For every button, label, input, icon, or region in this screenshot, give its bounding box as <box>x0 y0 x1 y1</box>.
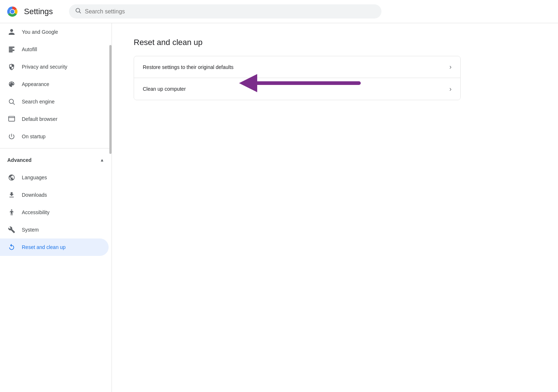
sidebar-item-appearance[interactable]: Appearance <box>0 75 109 93</box>
sidebar-item-downloads[interactable]: Downloads <box>0 186 109 204</box>
sidebar-item-label: Autofill <box>22 46 37 52</box>
sidebar-item-label: Languages <box>22 175 47 180</box>
sidebar-item-languages[interactable]: Languages <box>0 169 109 186</box>
svg-rect-5 <box>9 47 15 48</box>
search-engine-icon <box>7 97 16 106</box>
svg-point-3 <box>76 8 80 12</box>
sidebar-item-accessibility[interactable]: Accessibility <box>0 204 109 221</box>
sidebar-item-search-engine[interactable]: Search engine <box>0 93 109 110</box>
sidebar-scrollbar-thumb[interactable] <box>109 45 112 154</box>
sidebar-item-label: Default browser <box>22 116 57 122</box>
chevron-right-icon-2: › <box>449 85 452 93</box>
sidebar-item-label: Downloads <box>22 192 47 198</box>
accessibility-icon <box>7 208 16 217</box>
app-title: Settings <box>24 7 53 16</box>
settings-card: Restore settings to their original defau… <box>134 56 461 100</box>
sidebar-item-you-and-google[interactable]: You and Google <box>0 23 109 41</box>
svg-rect-8 <box>9 51 13 52</box>
sidebar-item-system[interactable]: System <box>0 221 109 238</box>
top-bar: Settings <box>0 0 558 23</box>
main-layout: You and Google Autofill Privacy and secu… <box>0 23 558 392</box>
sidebar-item-default-browser[interactable]: Default browser <box>0 110 109 128</box>
sidebar-advanced-section[interactable]: Advanced ▲ <box>0 151 112 169</box>
sidebar-item-label: Reset and clean up <box>22 244 66 250</box>
svg-point-2 <box>11 9 15 13</box>
sidebar-item-label: You and Google <box>22 29 58 35</box>
restore-settings-label: Restore settings to their original defau… <box>143 64 449 70</box>
search-input[interactable] <box>85 8 376 15</box>
advanced-label: Advanced <box>7 157 32 163</box>
chevron-right-icon: › <box>449 63 452 71</box>
sidebar-item-on-startup[interactable]: On startup <box>0 128 109 145</box>
shield-icon <box>7 62 16 71</box>
palette-icon <box>7 80 16 89</box>
restore-settings-row[interactable]: Restore settings to their original defau… <box>134 56 460 78</box>
autofill-icon <box>7 45 16 54</box>
clean-up-computer-label: Clean up computer <box>143 86 449 92</box>
chrome-logo <box>6 5 19 18</box>
svg-rect-11 <box>9 117 15 121</box>
person-icon <box>7 28 16 36</box>
browser-icon <box>7 115 16 123</box>
search-bar[interactable] <box>69 4 381 19</box>
sidebar-item-privacy-security[interactable]: Privacy and security <box>0 58 109 75</box>
sidebar-item-label: Privacy and security <box>22 64 67 70</box>
clean-up-computer-row[interactable]: Clean up computer › <box>134 78 460 100</box>
chevron-up-icon: ▲ <box>100 158 104 163</box>
globe-icon <box>7 173 16 182</box>
sidebar-item-label: Search engine <box>22 99 54 105</box>
sidebar-scrollbar[interactable] <box>109 23 112 392</box>
svg-line-10 <box>13 103 15 105</box>
sidebar: You and Google Autofill Privacy and secu… <box>0 23 112 392</box>
svg-line-4 <box>79 12 81 13</box>
sidebar-item-label: Appearance <box>22 81 49 87</box>
svg-point-9 <box>9 99 13 103</box>
reset-icon <box>7 243 16 252</box>
sidebar-item-label: Accessibility <box>22 209 49 215</box>
sidebar-item-autofill[interactable]: Autofill <box>0 41 109 58</box>
sidebar-divider <box>0 148 112 148</box>
power-icon <box>7 132 16 141</box>
sidebar-item-label: On startup <box>22 134 45 139</box>
content-area: Reset and clean up Restore settings to t… <box>112 23 558 392</box>
svg-point-13 <box>11 209 12 211</box>
page-heading: Reset and clean up <box>134 38 536 47</box>
sidebar-item-reset-clean-up[interactable]: Reset and clean up <box>0 238 109 256</box>
download-icon <box>7 191 16 199</box>
search-icon <box>75 7 81 16</box>
svg-rect-7 <box>9 50 15 51</box>
wrench-icon <box>7 225 16 234</box>
svg-rect-6 <box>9 48 13 49</box>
sidebar-item-label: System <box>22 227 39 233</box>
